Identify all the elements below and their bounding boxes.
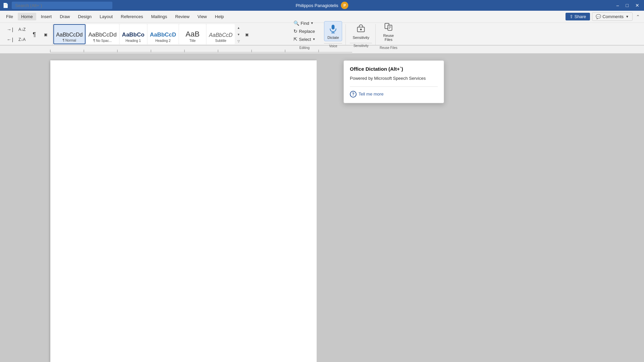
title-bar-right: ‒ □ ✕ <box>614 2 641 9</box>
select-dropdown-icon: ▼ <box>312 38 315 41</box>
editing-group: 🔍 Find ▼ ↻ Replace ⇱ Select ▼ Editing <box>289 24 320 45</box>
comment-icon: 💬 <box>596 14 601 19</box>
svg-point-4 <box>360 28 362 30</box>
reuse-files-button[interactable]: ReuseFiles <box>380 19 397 43</box>
style-heading1-preview: AaBbCo <box>122 32 145 38</box>
pilcrow-button[interactable]: ¶ <box>30 30 39 39</box>
word-icon: 📄 <box>3 3 8 8</box>
title-bar-left: 📄 <box>3 2 112 9</box>
style-heading2-label: Heading 2 <box>155 39 171 43</box>
sensitivity-section-label: Sensitivity <box>350 43 372 48</box>
find-dropdown-icon: ▼ <box>311 21 314 25</box>
svg-rect-6 <box>388 25 392 31</box>
reuse-section-label: Reuse Files <box>380 45 397 50</box>
sensitivity-button[interactable]: Sensitivity <box>350 21 372 41</box>
style-no-spacing[interactable]: AaBbCcDd ¶ No Spac... <box>86 24 119 44</box>
avatar: P <box>341 2 348 9</box>
menu-draw[interactable]: Draw <box>56 13 73 20</box>
menu-mailings[interactable]: Mailings <box>148 13 171 20</box>
menu-view[interactable]: View <box>194 13 210 20</box>
sort-z-button[interactable]: Z↓A <box>16 35 28 44</box>
find-icon: 🔍 <box>293 20 299 26</box>
select-icon: ⇱ <box>293 37 298 42</box>
menu-home[interactable]: Home <box>18 13 36 20</box>
menu-layout[interactable]: Layout <box>96 13 116 20</box>
sensitivity-icon <box>355 23 367 35</box>
style-subtitle-label: Subtitle <box>215 39 226 43</box>
menu-help[interactable]: Help <box>212 13 227 20</box>
chevron-down-icon: ▼ <box>626 15 629 18</box>
styles-scroll-buttons: ▲ ▼ ▽ <box>235 24 241 45</box>
document-page[interactable] <box>50 60 317 362</box>
close-button[interactable]: ✕ <box>633 2 641 9</box>
comments-button[interactable]: 💬 Comments ▼ <box>592 12 633 21</box>
main-area: Office Dictation (Alt+`) Powered by Micr… <box>0 54 644 362</box>
title-bar-center: Philippos Panagiotelis P <box>296 2 348 9</box>
style-no-spacing-label: ¶ No Spac... <box>93 39 112 43</box>
dictate-label: Dictate <box>327 36 339 40</box>
increase-indent-button[interactable]: →∣ <box>5 25 16 34</box>
tooltip-link-label: Tell me more <box>359 92 383 97</box>
minimize-button[interactable]: ‒ <box>614 2 621 9</box>
sensitivity-label: Sensitivity <box>353 36 369 40</box>
svg-rect-0 <box>332 25 335 29</box>
style-normal-preview: AaBbCcDd <box>56 32 83 38</box>
sensitivity-group: Sensitivity Sensitivity <box>346 24 376 45</box>
menu-bar-right: ⇧ Share 💬 Comments ▼ ⌃ <box>566 12 641 21</box>
title-bar: 📄 Philippos Panagiotelis P ‒ □ ✕ <box>0 0 644 11</box>
dictate-tooltip: Office Dictation (Alt+`) Powered by Micr… <box>343 60 444 103</box>
styles-more[interactable]: ▽ <box>235 38 241 45</box>
paragraph-settings-button[interactable]: ▣ <box>41 30 50 39</box>
styles-scroll-down[interactable]: ▼ <box>235 31 241 38</box>
voice-group: Dictate Voice <box>321 24 346 45</box>
dictate-button[interactable]: Dictate <box>324 21 342 41</box>
style-heading1-label: Heading 1 <box>125 39 141 43</box>
styles-scroll-up[interactable]: ▲ <box>235 24 241 31</box>
microphone-icon <box>327 23 339 35</box>
styles-expand-button[interactable]: ▣ <box>242 30 252 39</box>
replace-icon: ↻ <box>293 28 298 34</box>
styles-list: AaBbCcDd ¶ Normal AaBbCcDd ¶ No Spac... … <box>53 24 235 45</box>
title-search-input[interactable] <box>12 2 112 9</box>
style-heading2-preview: AaBbCcD <box>150 32 176 38</box>
menu-insert[interactable]: Insert <box>38 13 55 20</box>
style-no-spacing-preview: AaBbCcDd <box>89 32 117 38</box>
style-subtitle-preview: AaBbCcD <box>209 32 232 38</box>
style-normal-label: ¶ Normal <box>63 39 76 42</box>
decrease-indent-button[interactable]: ←∣ <box>5 35 16 44</box>
menu-file[interactable]: File <box>3 13 16 20</box>
style-normal[interactable]: AaBbCcDd ¶ Normal <box>53 24 85 44</box>
replace-button[interactable]: ↻ Replace <box>291 27 317 35</box>
right-panel: Office Dictation (Alt+`) Powered by Micr… <box>317 54 644 362</box>
menu-design[interactable]: Design <box>75 13 95 20</box>
styles-gallery: AaBbCcDd ¶ Normal AaBbCcDd ¶ No Spac... … <box>53 24 288 45</box>
menu-bar: File Home Insert Draw Design Layout Refe… <box>0 11 644 23</box>
style-title[interactable]: AaB Title <box>179 24 206 44</box>
menu-review[interactable]: Review <box>172 13 193 20</box>
reuse-files-label: ReuseFiles <box>383 34 394 42</box>
select-button[interactable]: ⇱ Select ▼ <box>291 36 317 43</box>
style-subtitle[interactable]: AaBbCcD Subtitle <box>207 24 235 44</box>
share-icon: ⇧ <box>570 14 573 19</box>
left-margin <box>0 54 50 362</box>
style-title-preview: AaB <box>185 30 200 38</box>
menu-references[interactable]: References <box>117 13 146 20</box>
reuse-files-group: ReuseFiles Reuse Files <box>376 24 401 45</box>
toolbar-strip: →∣ A↓Z ←∣ Z↓A ¶ ▣ AaBbCcDd ¶ Norm <box>0 23 644 46</box>
style-heading1[interactable]: AaBbCo Heading 1 <box>120 24 147 44</box>
tooltip-tell-me-more-link[interactable]: ? Tell me more <box>350 91 438 98</box>
help-circle-icon: ? <box>350 91 357 98</box>
doc-title: Philippos Panagiotelis <box>296 3 338 8</box>
reuse-files-icon <box>382 21 394 33</box>
find-button[interactable]: 🔍 Find ▼ <box>291 19 317 27</box>
maximize-button[interactable]: □ <box>624 2 631 9</box>
tooltip-divider <box>350 86 438 87</box>
tooltip-description: Powered by Microsoft Speech Services <box>350 75 438 82</box>
paragraph-group: →∣ A↓Z ←∣ Z↓A ¶ ▣ <box>3 24 53 45</box>
sort-button[interactable]: A↓Z <box>16 25 28 34</box>
style-heading2[interactable]: AaBbCcD Heading 2 <box>148 24 178 44</box>
tooltip-title: Office Dictation (Alt+`) <box>350 66 438 72</box>
share-button[interactable]: ⇧ Share <box>566 13 590 20</box>
style-title-label: Title <box>190 39 196 43</box>
collapse-ribbon-button[interactable]: ⌃ <box>635 13 641 21</box>
